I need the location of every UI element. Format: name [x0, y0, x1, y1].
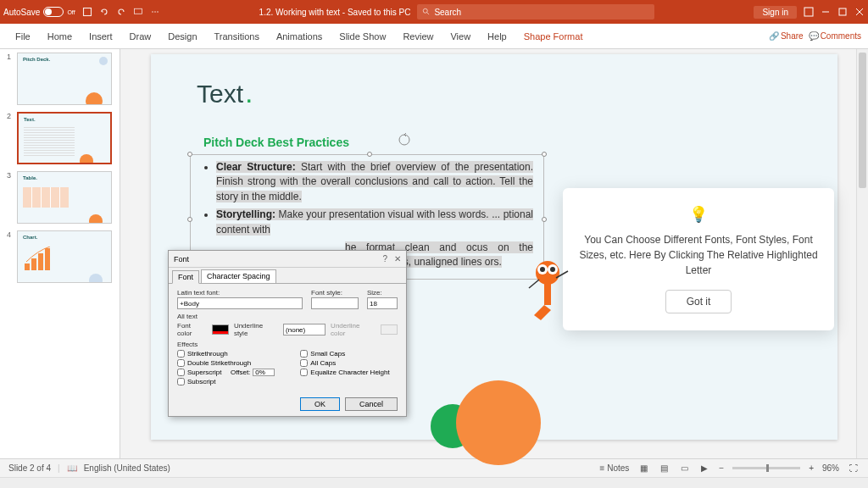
- tab-file[interactable]: File: [7, 24, 39, 48]
- share-button[interactable]: 🔗 Share: [769, 31, 804, 41]
- mascot-icon: [522, 254, 573, 322]
- check-equalize[interactable]: Equalize Character Height: [300, 369, 389, 376]
- dialog-tab-spacing[interactable]: Character Spacing: [201, 269, 276, 283]
- ribbon-options-icon[interactable]: [804, 7, 814, 17]
- undo-icon[interactable]: [99, 7, 109, 17]
- tab-design[interactable]: Design: [159, 24, 205, 48]
- ribbon-tabs: File Home Insert Draw Design Transitions…: [0, 24, 868, 49]
- document-title: 1.2. Working with text - Saved to this P…: [259, 8, 411, 17]
- zoom-out-button[interactable]: −: [719, 463, 724, 473]
- close-icon[interactable]: [854, 7, 865, 17]
- tab-animations[interactable]: Animations: [268, 24, 331, 48]
- font-size-input[interactable]: [367, 297, 398, 309]
- quick-access-toolbar: [82, 7, 160, 17]
- spellcheck-icon[interactable]: 📖: [67, 463, 77, 473]
- bullet-1: Clear Structure: Start with the brief ov…: [216, 160, 533, 204]
- orange-circle-decoration: [456, 380, 541, 465]
- autosave-state: Off: [67, 9, 75, 15]
- tab-insert[interactable]: Insert: [81, 24, 121, 48]
- check-subscript[interactable]: Subscript: [177, 378, 275, 385]
- rotate-handle-icon[interactable]: [397, 132, 412, 147]
- got-it-button[interactable]: Got it: [665, 290, 732, 313]
- status-bar: Slide 2 of 4 | 📖 English (United States)…: [0, 458, 868, 477]
- app-border: [0, 477, 868, 488]
- dialog-close-icon[interactable]: ✕: [394, 254, 401, 263]
- comments-button[interactable]: 💬 Comments: [809, 31, 861, 41]
- redo-icon[interactable]: [116, 7, 126, 17]
- check-superscript[interactable]: Superscript Offset:: [177, 369, 275, 376]
- autosave-label: AutoSave: [3, 8, 40, 17]
- thumbnail-4[interactable]: Chart.: [17, 230, 112, 283]
- svg-point-4: [157, 11, 159, 13]
- tab-home[interactable]: Home: [39, 24, 81, 48]
- zoom-slider[interactable]: [732, 467, 800, 469]
- svg-point-21: [550, 267, 555, 272]
- bullet-2: Storytelling: Make your presentation vis…: [216, 208, 533, 237]
- svg-line-24: [529, 280, 539, 288]
- signin-button[interactable]: Sign in: [754, 6, 797, 19]
- thumbnail-3[interactable]: Table.: [17, 171, 112, 224]
- underline-style-input[interactable]: [283, 324, 326, 336]
- maximize-icon[interactable]: [837, 7, 848, 17]
- language-indicator[interactable]: English (United States): [84, 463, 170, 473]
- font-style-input[interactable]: [311, 297, 359, 309]
- present-icon[interactable]: [133, 7, 143, 17]
- save-icon[interactable]: [82, 7, 92, 17]
- dialog-titlebar[interactable]: Font ?✕: [169, 251, 406, 268]
- font-color-swatch[interactable]: [212, 324, 229, 335]
- thumbnail-2[interactable]: Text.: [17, 112, 112, 164]
- toggle-icon: [43, 7, 64, 17]
- ok-button[interactable]: OK: [300, 397, 340, 411]
- svg-line-6: [427, 13, 430, 15]
- sorter-view-icon[interactable]: ▤: [658, 463, 670, 474]
- svg-point-5: [424, 8, 428, 13]
- thumbnail-1[interactable]: Pitch Deck.: [17, 53, 112, 105]
- tutorial-tip: 💡 You Can Choose Different Fonts, Font S…: [563, 188, 834, 330]
- tip-text: You Can Choose Different Fonts, Font Sty…: [578, 232, 819, 278]
- latin-font-input[interactable]: [177, 297, 303, 309]
- vertical-scrollbar[interactable]: [856, 49, 868, 458]
- dialog-tab-font[interactable]: Font: [172, 270, 199, 284]
- svg-rect-13: [31, 258, 36, 270]
- svg-point-20: [540, 267, 545, 272]
- title-bar: AutoSave Off 1.2. Working with text - Sa…: [0, 0, 868, 24]
- check-dblstrike[interactable]: Double Strikethrough: [177, 359, 275, 367]
- check-strikethrough[interactable]: Strikethrough: [177, 350, 275, 358]
- zoom-level[interactable]: 96%: [822, 463, 839, 473]
- svg-rect-7: [804, 8, 813, 16]
- tab-slideshow[interactable]: Slide Show: [331, 24, 394, 48]
- svg-point-2: [152, 11, 153, 13]
- slide-subtitle: Pitch Deck Best Practices: [203, 136, 349, 149]
- tab-help[interactable]: Help: [479, 24, 515, 48]
- offset-input[interactable]: [253, 369, 275, 376]
- zoom-in-button[interactable]: +: [809, 463, 814, 473]
- tab-draw[interactable]: Draw: [121, 24, 160, 48]
- search-icon: [422, 8, 431, 16]
- dialog-help-icon[interactable]: ?: [382, 254, 387, 263]
- search-box[interactable]: Search: [417, 4, 654, 19]
- tab-review[interactable]: Review: [394, 24, 442, 48]
- more-icon[interactable]: [150, 7, 160, 17]
- cancel-button[interactable]: Cancel: [345, 397, 398, 411]
- tab-view[interactable]: View: [442, 24, 479, 48]
- slide-indicator[interactable]: Slide 2 of 4: [8, 463, 51, 473]
- slide-thumbnails: 1 Pitch Deck. 2 Text. 3 Table. 4 Chart.: [0, 49, 120, 458]
- underline-color-swatch[interactable]: [381, 324, 398, 335]
- tab-shapeformat[interactable]: Shape Format: [515, 24, 592, 48]
- search-placeholder: Search: [434, 8, 461, 17]
- svg-point-3: [154, 11, 156, 13]
- normal-view-icon[interactable]: ▦: [637, 463, 649, 474]
- fit-window-icon[interactable]: ⛶: [848, 463, 860, 474]
- tab-transitions[interactable]: Transitions: [206, 24, 268, 48]
- slideshow-view-icon[interactable]: ▶: [698, 463, 710, 474]
- check-allcaps[interactable]: All Caps: [300, 359, 389, 367]
- svg-rect-0: [83, 8, 91, 16]
- svg-rect-12: [25, 263, 30, 270]
- reading-view-icon[interactable]: ▭: [678, 463, 690, 474]
- slide-title: Text.: [197, 76, 253, 109]
- check-smallcaps[interactable]: Small Caps: [300, 350, 389, 358]
- minimize-icon[interactable]: [821, 7, 831, 17]
- notes-button[interactable]: ≡ Notes: [600, 463, 630, 473]
- svg-point-16: [399, 135, 409, 145]
- autosave-toggle[interactable]: AutoSave Off: [3, 7, 75, 17]
